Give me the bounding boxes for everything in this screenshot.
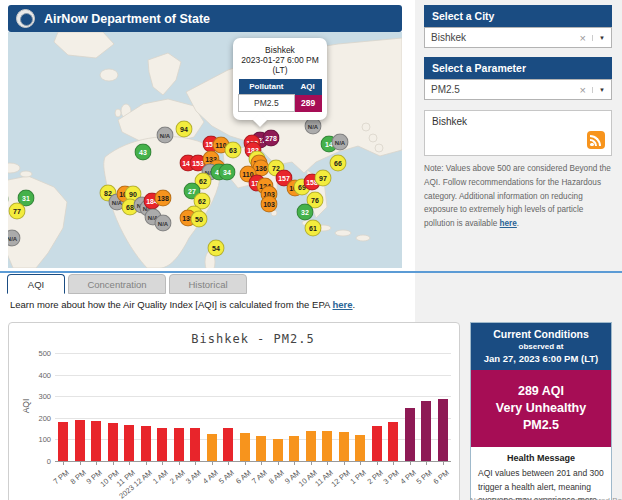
chart-bar-5-am[interactable] [223,428,233,461]
parameter-clear-icon[interactable]: × [574,84,592,96]
tab-concentration[interactable]: Concentration [68,274,166,294]
chart-y-tick: 400 [17,371,51,380]
aqi-map-marker[interactable]: 43 [135,144,152,161]
aqi-map-marker[interactable]: N/A [155,215,172,232]
aqi-map-marker[interactable]: 34 [219,164,236,181]
note-here-link[interactable]: here [500,219,517,228]
chart-gridline [55,396,451,397]
chart-bar-9-pm[interactable] [91,421,101,461]
city-dropdown-value: Bishkek [431,32,574,43]
chart-bar-1-am[interactable] [157,428,167,461]
conditions-pollutant: PM2.5 [473,418,609,432]
chart-bar-11-pm[interactable] [124,425,134,461]
select-parameter-header: Select a Parameter [424,57,612,79]
chart-bar-3-am[interactable] [190,428,200,461]
chart-bar-10-pm[interactable] [108,423,118,461]
aqi-map-marker[interactable]: N/A [305,118,322,135]
chart-bar-5-pm[interactable] [421,401,431,461]
chart-y-tick: 100 [17,435,51,444]
chart-x-tick [162,462,163,465]
popup-pollutant-value: PM2.5 [239,95,295,112]
chart-bar-4-am[interactable] [207,434,217,461]
epa-here-link[interactable]: here [332,299,352,310]
rss-feed-icon[interactable] [587,131,605,149]
chart-x-tick [410,462,411,465]
chart-x-tick [179,462,180,465]
chart-bar-6-am[interactable] [240,433,250,461]
app-header: AirNow Department of State [8,5,402,32]
chart-y-tick: 0 [17,457,51,466]
aqi-map-marker[interactable]: 61 [305,220,322,237]
aqi-chart-card: Bishkek - PM2.5 AQI 01002003004005007 PM… [8,322,460,500]
chart-x-tick [327,462,328,465]
section-divider [0,271,622,273]
conditions-datetime: Jan 27, 2023 6:00 PM (LT) [473,353,609,364]
chart-plot-area: 01002003004005007 PM8 PM9 PM10 PM11 PM20… [9,323,461,500]
sidebar-note: Note: Values above 500 are considered Be… [424,162,614,231]
tab-aqi[interactable]: AQI [7,274,65,294]
state-department-seal-icon [16,9,35,28]
chart-x-tick [113,462,114,465]
chart-x-tick [212,462,213,465]
chart-y-tick: 200 [17,414,51,423]
chart-bar-10-am[interactable] [306,431,316,461]
chart-bar-2-am[interactable] [174,428,184,461]
aqi-map-marker[interactable]: 77 [9,203,26,220]
select-city-panel: Select a City Bishkek × ▼ [424,5,612,48]
parameter-dropdown-value: PM2.5 [431,84,574,95]
conditions-observed-label: observed at [473,342,609,351]
chart-gridline [55,375,451,376]
popup-datetime: 2023-01-27 6:00 PM [238,55,322,65]
aqi-map-marker[interactable]: 94 [176,121,193,138]
popup-col-pollutant: Pollutant [239,79,295,95]
chart-bar-1-pm[interactable] [355,435,365,461]
chart-x-tick [311,462,312,465]
aqi-map-marker[interactable]: 97 [315,170,332,187]
chart-bar-2023-12-am[interactable] [141,426,151,461]
aqi-map-marker[interactable]: 103 [261,196,278,213]
chart-bar-11-am[interactable] [322,431,332,461]
aqi-map-marker[interactable]: N/A [332,134,349,151]
city-clear-icon[interactable]: × [574,32,592,44]
popup-table: Pollutant AQI PM2.5 289 [238,79,322,112]
aqi-map-marker[interactable]: N/A [157,127,174,144]
chart-x-tick [146,462,147,465]
health-message-section: Health Message AQI values between 201 an… [471,447,611,500]
chart-x-axis [55,461,451,462]
chart-y-tick: 500 [17,349,51,358]
chart-bar-7-pm[interactable] [58,422,68,461]
aqi-map-marker[interactable]: 138 [155,190,172,207]
learn-more-text: Learn more about how the Air Quality Ind… [10,299,355,310]
chart-x-tick [195,462,196,465]
city-dropdown[interactable]: Bishkek × ▼ [424,27,612,48]
chart-bar-3-pm[interactable] [388,422,398,461]
chart-bar-8-am[interactable] [273,439,283,461]
aqi-map-marker[interactable]: 63 [225,142,242,159]
city-caret-icon[interactable]: ▼ [592,35,605,41]
chart-bar-8-pm[interactable] [75,420,85,461]
conditions-clipped-note: Note: Values above 500 are considered Be… [470,496,620,500]
chart-bar-6-pm[interactable] [438,399,448,461]
chart-bar-7-am[interactable] [256,436,266,461]
map-popup: Bishkek 2023-01-27 6:00 PM (LT) Pollutan… [233,38,327,120]
popup-city: Bishkek [238,45,322,55]
chart-x-tick [129,462,130,465]
chart-x-tick [80,462,81,465]
chart-bar-2-pm[interactable] [372,426,382,461]
chart-x-tick [96,462,97,465]
parameter-caret-icon[interactable]: ▼ [592,87,605,93]
chart-x-tick [63,462,64,465]
aqi-map-marker[interactable]: 32 [297,204,314,221]
feed-city-label: Bishkek [432,116,604,127]
tab-historical[interactable]: Historical [169,274,247,294]
city-feed-box: Bishkek [424,110,612,156]
aqi-map-marker[interactable]: 278 [263,130,280,147]
aqi-map-marker[interactable]: 50 [191,211,208,228]
chart-bar-12-pm[interactable] [339,432,349,461]
parameter-dropdown[interactable]: PM2.5 × ▼ [424,79,612,100]
aqi-map-marker[interactable]: 54 [208,240,225,257]
chart-bar-9-am[interactable] [289,436,299,461]
world-aqi-map[interactable]: 3177N/A82N/A1019068N/AN/A184138N/AN/A94N… [8,32,402,268]
aqi-map-marker[interactable]: 66 [330,155,347,172]
chart-bar-4-pm[interactable] [405,408,415,461]
